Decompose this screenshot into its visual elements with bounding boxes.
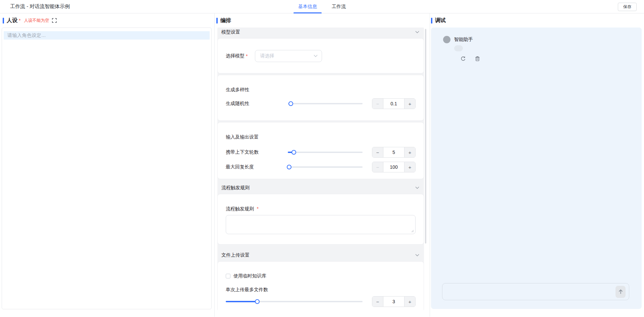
section-model-settings[interactable]: 模型设置 (217, 28, 424, 37)
tab-basic-info-label: 基本信息 (298, 4, 317, 10)
orchestration-body: 模型设置 选择模型 * 请选择 生成多样性 生成随机性 (217, 28, 424, 310)
persona-placeholder: 请输入角色设定... (7, 33, 46, 39)
select-model-label: 选择模型 (226, 53, 245, 59)
randomness-slider[interactable] (288, 103, 363, 104)
assistant-message-header: 智能助手 (443, 36, 634, 43)
context-rounds-stepper: − 5 + (372, 147, 416, 158)
required-asterisk: * (19, 18, 20, 23)
max-files-row: − 3 + (226, 296, 416, 307)
model-select-card: 选择模型 * 请选择 (217, 38, 424, 73)
minus-button[interactable]: − (372, 99, 383, 109)
top-bar: 工作流 - 对话流智能体示例 基本信息 工作流 保存 (0, 0, 644, 13)
trash-icon[interactable] (475, 56, 480, 61)
scrollbar-thumb[interactable] (425, 29, 426, 244)
slider-handle[interactable] (291, 150, 296, 155)
minus-button[interactable]: − (372, 297, 383, 307)
max-reply-stepper: − 100 + (372, 162, 416, 172)
max-reply-value[interactable]: 100 (383, 162, 404, 172)
context-rounds-slider[interactable] (288, 152, 363, 153)
chat-area: 智能助手 (431, 28, 642, 309)
trigger-rules-label: 流程触发规则 (226, 206, 254, 211)
orchestration-title: 编排 (220, 17, 231, 24)
slider-handle[interactable] (255, 299, 260, 304)
max-files-stepper: − 3 + (372, 296, 416, 307)
plus-button[interactable]: + (404, 162, 415, 172)
plus-button[interactable]: + (404, 297, 415, 307)
slider-handle[interactable] (288, 101, 293, 106)
save-button[interactable]: 保存 (618, 3, 637, 11)
chevron-down-icon[interactable] (415, 254, 419, 257)
message-loading-skeleton (454, 45, 463, 51)
message-actions (461, 56, 634, 61)
accent-bar (3, 18, 4, 23)
assistant-avatar (443, 36, 450, 43)
section-file-upload[interactable]: 文件上传设置 (217, 251, 424, 260)
tab-bar: 基本信息 工作流 (293, 0, 351, 13)
file-upload-card: 使用临时知识库 单次上传最多文件数 − 3 + (217, 261, 424, 310)
tab-workflow-label: 工作流 (332, 4, 346, 10)
io-title: 输入及输出设置 (226, 134, 416, 140)
plus-button[interactable]: + (404, 99, 415, 109)
section-trigger-rules[interactable]: 流程触发规则 (217, 183, 424, 193)
chat-input[interactable] (442, 283, 629, 300)
io-settings-card: 输入及输出设置 携带上下文轮数 − 5 + 最大回复长度 (217, 122, 424, 179)
slider-fill (226, 301, 257, 302)
randomness-row: 生成随机性 − 0.1 + (226, 98, 416, 109)
context-rounds-label: 携带上下文轮数 (226, 149, 288, 155)
persona-panel-header: 人设 * 人设不能为空 (0, 13, 214, 28)
context-rounds-value[interactable]: 5 (383, 147, 404, 157)
debug-panel: 调试 智能助手 (430, 13, 644, 317)
persona-error-text: 人设不能为空 (24, 18, 49, 23)
randomness-value[interactable]: 0.1 (383, 99, 404, 109)
debug-panel-header: 调试 (430, 13, 644, 28)
section-model-settings-label: 模型设置 (221, 29, 240, 35)
randomness-label: 生成随机性 (226, 101, 288, 107)
refresh-icon[interactable] (461, 56, 466, 61)
max-files-slider[interactable] (226, 301, 363, 302)
persona-panel: 人设 * 人设不能为空 请输入角色设定... (0, 13, 215, 317)
fullscreen-icon[interactable] (52, 18, 57, 23)
plus-button[interactable]: + (404, 147, 415, 157)
max-reply-label: 最大回复长度 (226, 164, 288, 170)
model-select-placeholder: 请选择 (260, 53, 274, 59)
assistant-name: 智能助手 (454, 37, 473, 43)
trigger-rules-textarea[interactable] (226, 215, 416, 234)
section-trigger-rules-label: 流程触发规则 (221, 185, 250, 191)
temp-knowledge-row: 使用临时知识库 (226, 273, 416, 279)
temp-knowledge-label: 使用临时知识库 (233, 273, 266, 279)
model-select[interactable]: 请选择 (255, 50, 322, 62)
accent-bar (216, 18, 218, 23)
minus-button[interactable]: − (372, 162, 383, 172)
context-rounds-row: 携带上下文轮数 − 5 + (226, 147, 416, 158)
persona-placeholder-band: 请输入角色设定... (4, 31, 210, 40)
chevron-down-icon[interactable] (415, 187, 419, 189)
diversity-title: 生成多样性 (226, 87, 416, 93)
trigger-rules-card: 流程触发规则 * (217, 194, 424, 245)
required-asterisk: * (246, 53, 248, 59)
temp-knowledge-checkbox[interactable] (226, 274, 230, 278)
orchestration-panel: 编排 模型设置 选择模型 * 请选择 生 (215, 13, 430, 317)
max-reply-row: 最大回复长度 − 100 + (226, 162, 416, 172)
max-reply-slider[interactable] (288, 166, 363, 168)
send-button[interactable] (615, 286, 626, 298)
required-asterisk: * (257, 206, 258, 211)
minus-button[interactable]: − (372, 147, 383, 157)
randomness-stepper: − 0.1 + (372, 98, 416, 109)
page-title: 工作流 - 对话流智能体示例 (10, 3, 70, 10)
persona-title: 人设 (7, 17, 17, 24)
diversity-card: 生成多样性 生成随机性 − 0.1 + (217, 75, 424, 121)
persona-editor[interactable]: 请输入角色设定... (2, 28, 212, 309)
tab-workflow[interactable]: 工作流 (327, 0, 351, 13)
debug-title: 调试 (435, 17, 446, 24)
accent-bar (431, 18, 432, 23)
chevron-down-icon (314, 55, 318, 57)
max-files-label: 单次上传最多文件数 (226, 287, 416, 293)
tab-basic-info[interactable]: 基本信息 (293, 0, 322, 13)
section-file-upload-label: 文件上传设置 (221, 252, 250, 258)
slider-handle[interactable] (287, 165, 291, 169)
orchestration-panel-header: 编排 (215, 13, 430, 28)
max-files-value[interactable]: 3 (383, 297, 404, 307)
resize-handle-icon[interactable] (411, 230, 414, 232)
chevron-down-icon[interactable] (415, 31, 419, 34)
